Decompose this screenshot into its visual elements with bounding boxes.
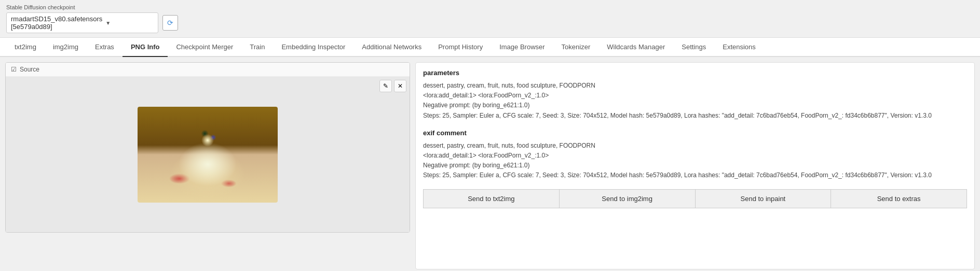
right-panel: parameters dessert, pastry, cream, fruit… (415, 62, 975, 269)
image-area: ✎ ✕ (6, 77, 410, 232)
image-source-label: ☑ Source (6, 63, 410, 77)
main-content: ☑ Source ✎ ✕ parameters dessert, (0, 57, 980, 271)
top-bar: Stable Diffusion checkpoint rmadartSD15_… (0, 0, 980, 38)
tab-prompt-history[interactable]: Prompt History (430, 38, 491, 57)
send-to-inpaint-button[interactable]: Send to inpaint (695, 189, 831, 208)
tab-tokenizer[interactable]: Tokenizer (553, 38, 599, 57)
tab-image-browser[interactable]: Image Browser (491, 38, 553, 57)
parameters-text: dessert, pastry, cream, fruit, nuts, foo… (423, 81, 967, 121)
checkpoint-row: rmadartSD15_v80.safetensors [5e579a0d89]… (6, 12, 974, 33)
image-source-box: ☑ Source ✎ ✕ (5, 62, 410, 233)
send-to-txt2img-button[interactable]: Send to txt2img (423, 189, 559, 208)
tab-settings[interactable]: Settings (673, 38, 714, 57)
tab-wildcards-manager[interactable]: Wildcards Manager (598, 38, 673, 57)
source-label-text: Source (20, 66, 39, 73)
send-to-img2img-button[interactable]: Send to img2img (559, 189, 695, 208)
edit-image-button[interactable]: ✎ (379, 80, 392, 92)
checkpoint-value: rmadartSD15_v80.safetensors [5e579a0d89] (11, 15, 102, 31)
chevron-down-icon: ▼ (105, 20, 154, 26)
exif-title: exif comment (423, 129, 967, 137)
close-image-button[interactable]: ✕ (394, 80, 406, 92)
tab-extras[interactable]: Extras (87, 38, 122, 57)
action-buttons-row: Send to txt2img Send to img2img Send to … (423, 189, 967, 208)
tab-pnginfo[interactable]: PNG Info (122, 38, 168, 57)
source-checkbox-icon[interactable]: ☑ (11, 66, 17, 73)
tab-txt2img[interactable]: txt2img (6, 38, 45, 57)
food-image (138, 107, 278, 203)
tabs-bar: txt2img img2img Extras PNG Info Checkpoi… (0, 38, 980, 57)
left-panel: ☑ Source ✎ ✕ (5, 62, 410, 269)
tab-extensions[interactable]: Extensions (714, 38, 764, 57)
tab-additional-networks[interactable]: Additional Networks (353, 38, 430, 57)
tab-img2img[interactable]: img2img (45, 38, 87, 57)
tab-train[interactable]: Train (241, 38, 273, 57)
checkpoint-select[interactable]: rmadartSD15_v80.safetensors [5e579a0d89]… (6, 12, 158, 33)
close-icon: ✕ (398, 82, 403, 90)
image-controls: ✎ ✕ (379, 80, 406, 92)
tab-checkpoint-merger[interactable]: Checkpoint Merger (168, 38, 241, 57)
send-to-extras-button[interactable]: Send to extras (831, 189, 967, 208)
food-image-visual (138, 107, 278, 203)
checkpoint-label: Stable Diffusion checkpoint (6, 4, 974, 10)
exif-text: dessert, pastry, cream, fruit, nuts, foo… (423, 141, 967, 181)
parameters-title: parameters (423, 69, 967, 77)
refresh-button[interactable]: ⟳ (162, 15, 178, 31)
tab-embedding-inspector[interactable]: Embedding Inspector (273, 38, 353, 57)
edit-icon: ✎ (383, 82, 388, 90)
refresh-icon: ⟳ (167, 19, 173, 27)
